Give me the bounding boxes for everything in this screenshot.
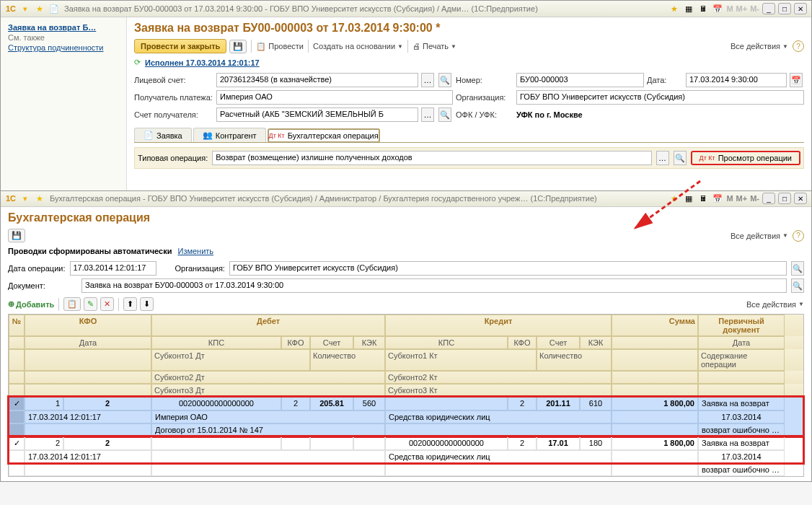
refresh-icon[interactable]: ⟳ <box>134 58 141 67</box>
all-actions-button[interactable]: Все действия ▼ <box>731 232 788 240</box>
print-button[interactable]: 🖨 Печать ▼ <box>412 42 456 50</box>
col-kek-c[interactable]: КЭК <box>580 336 612 349</box>
font-m-icon[interactable]: M <box>726 4 733 13</box>
date-pick-button[interactable]: 📅 <box>790 73 803 87</box>
close-button[interactable]: ✕ <box>794 193 807 204</box>
col-kfo[interactable]: КФО <box>25 315 151 336</box>
font-m-icon[interactable]: M <box>726 194 733 203</box>
font-mminus-icon[interactable]: M- <box>750 4 759 13</box>
toolbar-2: 💾 Все действия ▼ ? <box>8 229 804 242</box>
star-icon[interactable]: ★ <box>34 193 45 204</box>
rcpt-acct-input[interactable]: Расчетный (АКБ "ЗЕМСКИЙ ЗЕМЕЛЬНЫЙ Б <box>216 107 418 122</box>
rcpt-acct-more-button[interactable]: … <box>421 107 434 122</box>
star-icon[interactable]: ★ <box>34 3 45 14</box>
page-title-2: Бухгалтерская операция <box>8 211 804 224</box>
posting-row-1[interactable]: ✓ 1 2 00200000000000000 2 205.81 560 2 2… <box>9 397 803 436</box>
nav-down-icon[interactable]: ▾ <box>19 3 31 14</box>
post-and-close-button[interactable]: Провести и закрыть <box>134 39 226 53</box>
number-input[interactable]: БУ00-000003 <box>516 73 644 87</box>
col-debit[interactable]: Дебет <box>151 315 385 336</box>
close-button[interactable]: ✕ <box>794 3 807 14</box>
font-mplus-icon[interactable]: M+ <box>736 4 748 13</box>
rcpt-acct-label: Счет получателя: <box>134 110 213 119</box>
col-primdoc[interactable]: Первичный документ <box>698 315 785 336</box>
tabs: 📄 Заявка 👥 Контрагент Дт Кт Бухгалтерска… <box>134 128 804 143</box>
account-input[interactable]: 20736123458 (в казначействе) <box>216 73 418 87</box>
col-acct-d[interactable]: Счет <box>310 336 353 349</box>
col-date[interactable]: Дата <box>25 336 151 349</box>
org-open-button[interactable]: 🔍 <box>791 261 804 276</box>
maximize-button[interactable]: □ <box>778 3 791 14</box>
add-button[interactable]: ⊕ Добавить <box>8 299 54 309</box>
posting-row-2[interactable]: ✓ 2 2 00200000000000000 2 17.01 180 1 80… <box>9 436 803 463</box>
col-sum[interactable]: Сумма <box>612 315 698 336</box>
logo-1c-icon: 1C <box>5 193 17 204</box>
grid-all-actions-button[interactable]: Все действия ▼ <box>746 300 804 309</box>
sidebar-main-link[interactable]: Заявка на возврат Б… <box>8 23 119 32</box>
account-more-button[interactable]: … <box>421 73 434 87</box>
col-kps-d[interactable]: КПС <box>151 336 281 349</box>
typical-op-open-button[interactable]: 🔍 <box>674 151 687 165</box>
calc-icon[interactable]: 🖩 <box>697 193 709 204</box>
col-pdate[interactable]: Дата <box>698 336 785 349</box>
col-acct-c[interactable]: Счет <box>537 336 580 349</box>
fav-icon[interactable]: ★ <box>668 193 680 204</box>
all-actions-button[interactable]: Все действия ▼ <box>731 42 788 50</box>
executed-link[interactable]: Исполнен 17.03.2014 12:01:17 <box>145 58 260 67</box>
typical-op-more-button[interactable]: … <box>656 151 669 165</box>
view-operation-button[interactable]: Дт Кт Просмотр операции <box>691 151 800 165</box>
window-title-2: Бухгалтерская операция - ГОБУ ВПО Универ… <box>50 194 668 203</box>
tab-counterparty[interactable]: 👥 Контрагент <box>193 128 266 142</box>
tab-accounting-op[interactable]: Дт Кт Бухгалтерская операция <box>268 128 380 143</box>
save-button[interactable]: 💾 <box>8 229 25 242</box>
col-num[interactable]: № <box>9 315 25 336</box>
typical-op-input[interactable]: Возврат (возмещение) излишне полученных … <box>212 151 651 165</box>
account-open-button[interactable]: 🔍 <box>438 73 451 87</box>
date-input[interactable]: 17.03.2014 9:30:00 <box>686 73 787 87</box>
doc-open-button[interactable]: 🔍 <box>791 278 804 293</box>
font-mplus-icon[interactable]: M+ <box>736 194 748 203</box>
nav-down-icon[interactable]: ▾ <box>19 193 31 204</box>
move-down-button[interactable]: ⬇ <box>140 297 154 311</box>
opdate-input[interactable]: 17.03.2014 12:01:17 <box>70 261 156 276</box>
minimize-button[interactable]: _ <box>762 193 775 204</box>
minimize-button[interactable]: _ <box>762 3 775 14</box>
org-input[interactable]: ГОБУ ВПО Университет искусств (Субсидия) <box>516 90 804 105</box>
row2-check-icon[interactable]: ✓ <box>9 436 25 450</box>
maximize-button[interactable]: □ <box>778 193 791 204</box>
calendar-icon[interactable]: 📅 <box>712 3 723 14</box>
rcpt-acct-open-button[interactable]: 🔍 <box>438 107 451 122</box>
col-kek-d[interactable]: КЭК <box>353 336 385 349</box>
calendar-icon[interactable]: 📅 <box>712 193 723 204</box>
col-credit[interactable]: Кредит <box>385 315 612 336</box>
sidebar-subord-link[interactable]: Структура подчиненности <box>8 43 119 52</box>
grid-icon[interactable]: ▦ <box>683 193 694 204</box>
edit-button[interactable]: ✎ <box>84 297 97 311</box>
help-icon[interactable]: ? <box>793 230 804 242</box>
move-up-button[interactable]: ⬆ <box>123 297 137 311</box>
create-based-button[interactable]: Создать на основании ▼ <box>313 42 403 50</box>
date-label: Дата: <box>647 76 683 84</box>
row1-check-icon[interactable]: ✓ <box>9 397 25 410</box>
font-mminus-icon[interactable]: M- <box>750 194 759 203</box>
window-title: Заявка на возврат БУ00-000003 от 17.03.2… <box>64 4 668 13</box>
col-kps-c[interactable]: КПС <box>385 336 508 349</box>
org-input-2[interactable]: ГОБУ ВПО Университет искусств (Субсидия) <box>229 261 787 276</box>
accounting-operation-window: 1C ▾ ★ Бухгалтерская операция - ГОБУ ВПО… <box>0 190 812 482</box>
payee-input[interactable]: Империя ОАО <box>216 90 453 105</box>
grid-icon[interactable]: ▦ <box>683 3 694 14</box>
calc-icon[interactable]: 🖩 <box>697 3 709 14</box>
fav-icon[interactable]: ★ <box>668 3 680 14</box>
delete-button[interactable]: ✕ <box>100 297 114 311</box>
col-kfo-d[interactable]: КФО <box>281 336 310 349</box>
help-icon[interactable]: ? <box>793 40 804 52</box>
auto-postings-line: Проводки сформированы автоматически Изме… <box>8 247 804 255</box>
tab-request[interactable]: 📄 Заявка <box>134 128 192 142</box>
org-label-2: Организация: <box>175 264 225 273</box>
col-kfo-c[interactable]: КФО <box>508 336 537 349</box>
save-button[interactable]: 💾 <box>229 40 247 53</box>
change-link[interactable]: Изменить <box>177 247 213 255</box>
copy-button[interactable]: 📋 <box>63 297 81 311</box>
doc-input[interactable]: Заявка на возврат БУ00-000003 от 17.03.2… <box>81 278 787 293</box>
post-button[interactable]: 📋 Провести <box>256 42 304 51</box>
